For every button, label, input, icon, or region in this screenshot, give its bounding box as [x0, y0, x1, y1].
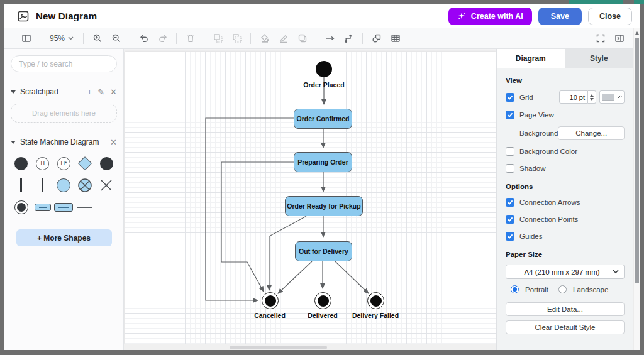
grid-size-input[interactable]: 10 pt: [559, 90, 588, 104]
fullscreen-icon[interactable]: [595, 33, 606, 44]
section-close-icon[interactable]: ✕: [110, 138, 117, 146]
search-placeholder: Type / to search: [19, 60, 72, 68]
page-title: New Diagram: [36, 11, 97, 21]
waypoint-style-icon[interactable]: [343, 33, 354, 44]
paper-size-select[interactable]: A4 (210 mm x 297 mm): [506, 265, 625, 279]
portrait-radio[interactable]: [511, 285, 519, 293]
toggle-format-panel-icon[interactable]: [614, 33, 625, 44]
tab-style[interactable]: Style: [565, 49, 634, 68]
state-order-placed[interactable]: [316, 61, 332, 77]
state-cancelled[interactable]: [262, 292, 279, 309]
drawing-page[interactable]: Order Placed Order Confirmed Preparing O…: [125, 52, 496, 344]
tab-diagram[interactable]: Diagram: [497, 49, 565, 68]
shape-exit-point[interactable]: [75, 177, 94, 194]
connection-arrow-icon[interactable]: [325, 33, 335, 44]
search-input[interactable]: Type / to search: [11, 55, 117, 72]
grid-color-button[interactable]: [599, 90, 625, 104]
state-label: Delivery Failed: [352, 312, 399, 319]
shape-transition-line[interactable]: [75, 199, 94, 216]
shape-simple-state[interactable]: [33, 199, 52, 216]
toggle-left-panel-icon[interactable]: [21, 33, 31, 44]
vertical-scrollbar[interactable]: [633, 28, 640, 350]
fill-color-icon[interactable]: [259, 33, 270, 44]
page-view-checkbox[interactable]: [506, 111, 514, 119]
shape-initial-state[interactable]: [12, 155, 31, 172]
diagram-file-icon: [17, 10, 30, 23]
state-label: Order Placed: [303, 81, 344, 89]
zoom-in-icon[interactable]: [92, 33, 103, 44]
state-label: Cancelled: [254, 312, 286, 319]
guides-checkbox[interactable]: [506, 232, 514, 241]
shape-section-title: State Machine Diagram: [20, 138, 99, 146]
shape-fork-bar[interactable]: [12, 177, 31, 194]
horizontal-scrollbar[interactable]: [124, 344, 496, 350]
delete-icon[interactable]: [185, 33, 196, 44]
shape-deep-history[interactable]: H*: [54, 155, 73, 172]
shadow-checkbox[interactable]: [506, 164, 514, 173]
horizontal-scrollbar-thumb[interactable]: [230, 346, 327, 349]
background-label: Background: [519, 129, 558, 137]
grid-color-swatch: [602, 94, 614, 101]
background-color-label: Background Color: [519, 148, 577, 155]
state-label: Delivered: [308, 312, 337, 319]
view-heading: View: [506, 77, 625, 84]
grid-checkbox[interactable]: [506, 93, 514, 102]
undo-icon[interactable]: [138, 33, 149, 44]
landscape-radio[interactable]: [558, 285, 567, 293]
to-back-icon[interactable]: [231, 33, 242, 44]
paper-size-heading: Paper Size: [506, 251, 625, 258]
shape-section-header[interactable]: State Machine Diagram ✕: [11, 138, 117, 146]
state-order-confirmed[interactable]: Order Confirmed: [294, 109, 352, 129]
more-shapes-button[interactable]: + More Shapes: [16, 229, 112, 246]
background-change-button[interactable]: Change...: [558, 126, 625, 140]
scroll-up-arrow[interactable]: [635, 31, 639, 35]
redo-icon[interactable]: [157, 33, 168, 44]
background-color-checkbox[interactable]: [506, 147, 514, 156]
edit-data-button[interactable]: Edit Data...: [506, 302, 625, 316]
shape-initial-state-2[interactable]: [97, 155, 116, 172]
shape-final-state[interactable]: [12, 199, 31, 216]
state-delivery-failed[interactable]: [367, 292, 384, 309]
shape-join-bar[interactable]: [33, 177, 52, 194]
clear-default-style-button[interactable]: Clear Default Style: [506, 320, 625, 334]
insert-shape-icon[interactable]: [371, 33, 382, 44]
scratchpad-header[interactable]: Scratchpad + ✎ ✕: [11, 87, 117, 96]
connection-arrows-checkbox[interactable]: [506, 198, 514, 207]
sparkle-icon: [457, 11, 467, 21]
state-preparing-order[interactable]: Preparing Order: [294, 152, 352, 172]
save-button[interactable]: Save: [538, 8, 582, 25]
connection-points-label: Connection Points: [519, 216, 578, 223]
chevron-down-icon: [11, 141, 16, 144]
state-delivered[interactable]: [314, 292, 331, 309]
diagram-canvas[interactable]: Order Placed Order Confirmed Preparing O…: [124, 49, 496, 350]
page-view-label: Page View: [519, 111, 554, 119]
shape-terminate[interactable]: [97, 177, 116, 194]
app-window: New Diagram Create with AI Save Close: [0, 0, 644, 355]
connection-points-checkbox[interactable]: [506, 215, 514, 224]
scratchpad-edit-icon[interactable]: ✎: [97, 88, 104, 96]
create-with-ai-button[interactable]: Create with AI: [448, 8, 532, 25]
to-front-icon[interactable]: [213, 33, 223, 44]
shape-shallow-history[interactable]: H: [33, 155, 52, 172]
scratchpad-dropzone[interactable]: Drag elements here: [11, 104, 117, 123]
line-color-icon[interactable]: [278, 33, 289, 44]
scratchpad-add-icon[interactable]: +: [87, 88, 92, 96]
insert-table-icon[interactable]: [390, 33, 401, 44]
background-window-fragment: [569, 0, 623, 4]
connection-arrows-label: Connection Arrows: [519, 199, 580, 206]
portrait-label: Portrait: [525, 286, 548, 293]
shape-composite-state[interactable]: [54, 199, 73, 216]
close-button[interactable]: Close: [588, 8, 632, 25]
zoom-level-dropdown[interactable]: 95%: [48, 34, 75, 43]
zoom-out-icon[interactable]: [111, 33, 121, 44]
shadow-icon[interactable]: [297, 33, 308, 44]
scratchpad-close-icon[interactable]: ✕: [110, 88, 117, 96]
vertical-scrollbar-thumb[interactable]: [635, 38, 639, 283]
state-order-ready[interactable]: Order Ready for Pickup: [285, 196, 363, 216]
grid-size-stepper[interactable]: [588, 90, 596, 104]
shape-palette: H H*: [11, 155, 117, 216]
shape-junction[interactable]: [54, 177, 73, 194]
shape-choice[interactable]: [75, 155, 94, 172]
toolbar: 95%: [4, 28, 633, 49]
state-out-for-delivery[interactable]: Out for Delivery: [295, 241, 352, 261]
